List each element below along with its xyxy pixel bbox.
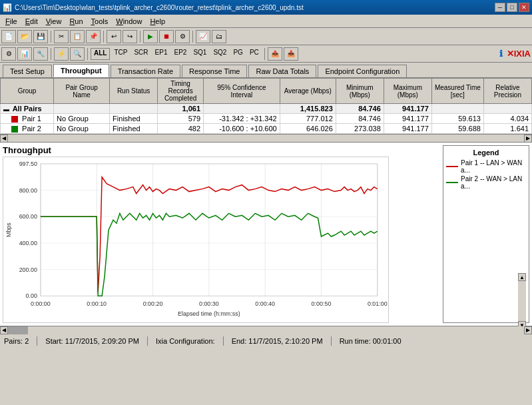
- cell-p1-minimum: 84.746: [336, 114, 384, 124]
- tb2-btn2[interactable]: 📊: [17, 47, 32, 61]
- chart-area: Throughput: [0, 143, 532, 326]
- stop-button[interactable]: ⏹: [159, 30, 174, 43]
- tb2-btn3[interactable]: 🔧: [33, 47, 48, 61]
- status-end: End: 11/7/2015, 2:10:20 PM: [232, 337, 323, 345]
- settings-button[interactable]: ⚙: [175, 30, 190, 43]
- scroll-left-btn[interactable]: ◀: [0, 135, 8, 143]
- cell-all-status: [110, 104, 158, 114]
- tb2-btn1[interactable]: ⚙: [1, 47, 16, 61]
- title-bar: 📊 C:\Users\Tim\Desktop\wlan_tests\tplink…: [0, 0, 532, 15]
- open-button[interactable]: 📂: [17, 30, 32, 43]
- svg-text:Mbps: Mbps: [5, 222, 12, 237]
- proto-pc[interactable]: PC: [247, 48, 262, 60]
- cell-all-timing: 1,061: [158, 104, 204, 114]
- chart-scroll-track[interactable]: [8, 326, 524, 334]
- svg-text:0:00:30: 0:00:30: [199, 300, 219, 307]
- toolbar-1: 📄 📂 💾 ✂ 📋 📌 ↩ ↪ ▶ ⏹ ⚙ 📈 🗂: [0, 28, 532, 45]
- cell-all-precision: [483, 104, 531, 114]
- proto-ep2[interactable]: EP2: [171, 48, 189, 60]
- cell-p2-name: No Group: [54, 124, 110, 134]
- legend-item-pair2: Pair 2 -- WAN > LAN a...: [446, 175, 526, 190]
- maximize-button[interactable]: □: [507, 3, 517, 12]
- minimize-button[interactable]: ─: [495, 3, 505, 12]
- cell-p2-average: 646.026: [280, 124, 336, 134]
- cell-all-average: 1,415.823: [280, 104, 336, 114]
- pair2-legend-line: [446, 182, 458, 183]
- all-pairs-label: All Pairs: [13, 105, 42, 113]
- menu-edit[interactable]: Edit: [21, 16, 42, 27]
- info-button[interactable]: ℹ: [499, 49, 503, 59]
- tb2-btn5[interactable]: 🔍: [70, 47, 85, 61]
- run-button[interactable]: ▶: [143, 30, 158, 43]
- proto-sq1[interactable]: SQ1: [190, 48, 209, 60]
- redo-button[interactable]: ↪: [123, 30, 137, 43]
- status-ixia-config: Ixia Configuration:: [156, 337, 215, 345]
- svg-text:0:01:00: 0:01:00: [368, 300, 388, 307]
- chart-main: Throughput: [3, 145, 440, 323]
- cell-p1-average: 777.012: [280, 114, 336, 124]
- scroll-thumb[interactable]: [8, 326, 28, 334]
- proto-ep1[interactable]: EP1: [152, 48, 170, 60]
- proto-pg[interactable]: PG: [230, 48, 245, 60]
- cell-p1-name: No Group: [54, 114, 110, 124]
- proto-tcp[interactable]: TCP: [111, 48, 130, 60]
- tab-endpoint-config[interactable]: Endpoint Configuration: [318, 65, 407, 77]
- menu-file[interactable]: File: [1, 16, 21, 27]
- menu-tools[interactable]: Tools: [87, 16, 113, 27]
- cell-p1-confidence: -31.342 : +31.342: [204, 114, 280, 124]
- proto-scr[interactable]: SCR: [131, 48, 150, 60]
- scroll-right-btn[interactable]: ▶: [524, 135, 532, 143]
- table-row-pair2: Pair 2 No Group Finished 482 -10.600 : +…: [1, 124, 532, 134]
- close-button[interactable]: ✕: [519, 3, 529, 12]
- expand-icon[interactable]: ▬: [3, 106, 9, 113]
- menu-view[interactable]: View: [42, 16, 66, 27]
- all-proto-button[interactable]: ALL: [91, 48, 110, 60]
- pair2-legend-label: Pair 2 -- WAN > LAN a...: [461, 175, 526, 190]
- pair1-legend-line: [446, 166, 458, 167]
- paste-button[interactable]: 📌: [86, 30, 101, 43]
- tab-response-time[interactable]: Response Time: [182, 65, 247, 77]
- col-maximum: Maximum (Mbps): [384, 79, 431, 104]
- cut-button[interactable]: ✂: [54, 30, 69, 43]
- menu-help[interactable]: Help: [146, 16, 169, 27]
- tb2-btn4[interactable]: ⚡: [54, 47, 69, 61]
- chart-scroll-right[interactable]: ▶: [524, 326, 532, 334]
- col-timing: Timing Records Completed: [158, 79, 204, 104]
- menu-run[interactable]: Run: [65, 16, 87, 27]
- tab-transaction-rate[interactable]: Transaction Rate: [111, 65, 180, 77]
- cell-p2-precision: 1.641: [483, 124, 531, 134]
- copy-button[interactable]: 📋: [70, 30, 85, 43]
- tab-test-setup[interactable]: Test Setup: [3, 65, 52, 77]
- svg-text:600.00: 600.00: [19, 213, 37, 220]
- cell-p1-status: Finished: [110, 114, 158, 124]
- table-scrollbar-h[interactable]: ◀ ▶: [0, 134, 532, 142]
- chart-scrollbar[interactable]: ◀ ▶: [0, 326, 532, 334]
- undo-button[interactable]: ↩: [107, 30, 121, 43]
- tab-throughput[interactable]: Throughput: [53, 64, 109, 77]
- toolbar2-sep: [51, 48, 51, 60]
- save-button[interactable]: 💾: [33, 30, 48, 43]
- toolbar2-sep3: [264, 48, 265, 60]
- menu-window[interactable]: Window: [112, 16, 146, 27]
- chart-button[interactable]: 📈: [196, 30, 210, 43]
- title-bar-controls: ─ □ ✕: [495, 3, 529, 12]
- cell-all-time: [431, 104, 483, 114]
- proto-sq2[interactable]: SQ2: [210, 48, 229, 60]
- status-start: Start: 11/7/2015, 2:09:20 PM: [45, 337, 139, 345]
- status-pairs: Pairs: 2: [4, 337, 29, 345]
- data-table-container: Group Pair Group Name Run Status Timing …: [0, 78, 532, 143]
- legend-scroll-up[interactable]: ▲: [518, 273, 526, 281]
- new-button[interactable]: 📄: [1, 30, 16, 43]
- scroll-track-h[interactable]: [8, 135, 524, 142]
- tb2-import[interactable]: 📥: [284, 47, 298, 61]
- tb2-export[interactable]: 📤: [268, 47, 282, 61]
- tab-raw-data-totals[interactable]: Raw Data Totals: [248, 65, 316, 77]
- cell-p2-maximum: 941.177: [384, 124, 431, 134]
- col-run-status: Run Status: [110, 79, 158, 104]
- main-content: Group Pair Group Name Run Status Timing …: [0, 78, 532, 334]
- svg-text:0.00: 0.00: [26, 292, 37, 299]
- chart-scroll-left[interactable]: ◀: [0, 326, 8, 334]
- svg-text:0:00:50: 0:00:50: [312, 300, 332, 307]
- table-button[interactable]: 🗂: [212, 30, 226, 43]
- status-sep-4: [331, 336, 332, 346]
